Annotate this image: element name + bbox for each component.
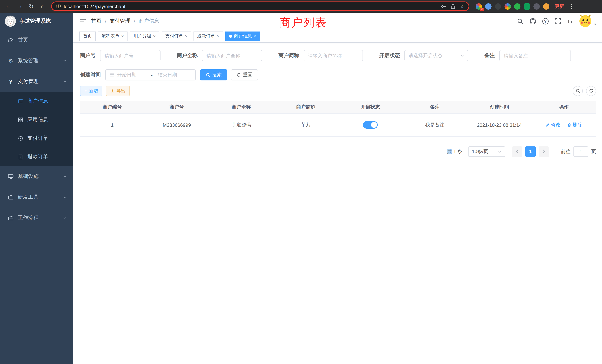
- merchant-full-name-input[interactable]: [202, 50, 262, 61]
- github-icon[interactable]: [529, 18, 536, 24]
- sidebar-item-infrastructure[interactable]: 基础设施: [0, 166, 73, 187]
- toggle-search-button[interactable]: [573, 86, 583, 96]
- extension-icon-multicolor[interactable]: [505, 3, 511, 10]
- tab-label: 流程表单: [102, 33, 119, 39]
- edit-label: 修改: [551, 122, 560, 128]
- sidebar-item-dev-tools[interactable]: 研发工具: [0, 187, 73, 208]
- edit-link[interactable]: 修改: [545, 122, 560, 128]
- chevron-down-icon: [460, 54, 464, 57]
- sidebar-item-label: 退款订单: [27, 153, 67, 160]
- pagination-total-count: 1 条: [453, 149, 462, 154]
- font-size-icon[interactable]: TT: [567, 18, 573, 24]
- tab-merchant-info[interactable]: 商户信息 ×: [225, 31, 260, 41]
- tab-label: 首页: [83, 33, 92, 39]
- close-icon[interactable]: ×: [121, 34, 124, 38]
- pagination-total: 共 1 条: [447, 148, 462, 155]
- tab-refund-orders[interactable]: 退款订单 ×: [194, 31, 223, 41]
- browser-back-button[interactable]: ←: [4, 2, 13, 11]
- extension-icon-colorwheel[interactable]: 10: [476, 3, 482, 10]
- export-button[interactable]: 导出: [106, 86, 130, 96]
- browser-forward-button[interactable]: →: [15, 2, 24, 11]
- header-actions: ? TT: [517, 15, 596, 27]
- form-field-full-name: 商户全称: [177, 50, 262, 61]
- breadcrumb-item-payment[interactable]: 支付管理: [110, 18, 130, 24]
- field-label: 创建时间: [80, 72, 105, 78]
- payment-submenu: 商户信息 应用信息: [0, 92, 73, 166]
- sidebar-item-refund-orders[interactable]: 退款订单: [0, 148, 73, 166]
- delete-link[interactable]: 删除: [567, 122, 582, 128]
- field-label: 开启状态: [379, 52, 404, 59]
- tab-process-form[interactable]: 流程表单 ×: [98, 31, 128, 41]
- status-select[interactable]: 请选择开启状态: [404, 50, 468, 61]
- remark-input[interactable]: [499, 50, 571, 61]
- form-field-status: 开启状态 请选择开启状态: [379, 50, 468, 61]
- search-icon[interactable]: [517, 18, 523, 24]
- bookmark-star-icon[interactable]: ☆: [460, 3, 464, 9]
- extension-icon-dark[interactable]: [495, 3, 501, 10]
- tab-payment-orders[interactable]: 支付订单 ×: [162, 31, 191, 41]
- sidebar-item-app-info[interactable]: 应用信息: [0, 110, 73, 129]
- sidebar-item-workflow[interactable]: 工作流程: [0, 208, 73, 228]
- tab-user-group[interactable]: 用户分组 ×: [130, 31, 159, 41]
- tab-home[interactable]: 首页: [79, 31, 96, 41]
- reset-button[interactable]: 重置: [231, 69, 258, 80]
- goto-page-input[interactable]: [573, 146, 588, 157]
- sidebar-item-label: 系统管理: [18, 57, 63, 64]
- extension-icon-face[interactable]: [543, 3, 549, 10]
- close-icon[interactable]: ×: [254, 34, 256, 38]
- close-icon[interactable]: ×: [185, 34, 188, 38]
- table-toolbar: + 新增 导出: [80, 86, 596, 96]
- tab-label: 商户信息: [234, 33, 252, 39]
- browser-reload-button[interactable]: ↻: [27, 2, 36, 11]
- sidebar-item-payment-orders[interactable]: 支付订单: [0, 129, 73, 148]
- sidebar-item-payment[interactable]: ¥ 支付管理: [0, 71, 73, 92]
- search-button-label: 搜索: [212, 72, 222, 78]
- sidebar-collapse-icon[interactable]: [79, 18, 86, 24]
- browser-home-button[interactable]: ⌂: [38, 2, 47, 11]
- merchant-short-name-input[interactable]: [304, 50, 363, 61]
- sidebar-item-label: 支付管理: [18, 78, 63, 85]
- next-page-button[interactable]: [539, 146, 549, 157]
- address-bar[interactable]: ⓘ localhost:1024/pay/merchant ☆: [51, 1, 469, 11]
- close-icon[interactable]: ×: [153, 34, 156, 38]
- add-button[interactable]: + 新增: [80, 86, 102, 96]
- help-icon[interactable]: ?: [542, 18, 548, 24]
- avatar-caret-icon[interactable]: ▾: [594, 22, 596, 26]
- goto-label: 前往: [561, 148, 570, 155]
- site-info-icon[interactable]: ⓘ: [56, 3, 61, 10]
- app-logo[interactable]: 芋道管理系统: [0, 13, 73, 30]
- breadcrumb-item-home[interactable]: 首页: [91, 18, 102, 24]
- app-title: 芋道管理系统: [20, 18, 51, 24]
- browser-update-button[interactable]: 更新: [555, 3, 564, 10]
- search-button[interactable]: 搜索: [200, 69, 227, 80]
- status-toggle[interactable]: [363, 121, 378, 129]
- extension-icon-green-check[interactable]: [514, 3, 520, 10]
- sidebar-item-label: 应用信息: [27, 116, 67, 123]
- create-time-range-picker[interactable]: 开始日期 - 结束日期: [105, 69, 196, 80]
- refresh-table-button[interactable]: [586, 86, 596, 96]
- page-1-button[interactable]: 1: [525, 146, 536, 157]
- logo-rabbit-avatar: [5, 16, 16, 27]
- sidebar-item-home[interactable]: 首页: [0, 30, 73, 50]
- share-icon[interactable]: [451, 3, 456, 9]
- column-header: 商户简称: [274, 101, 338, 113]
- sidebar-item-system[interactable]: ⚙ 系统管理: [0, 50, 73, 71]
- trash-icon: [567, 123, 572, 127]
- breadcrumb-separator: /: [134, 18, 135, 24]
- table-header: 商户编号 商户号 商户全称 商户简称 开启状态 备注 创建时间 操作: [80, 101, 596, 113]
- merchant-no-input[interactable]: [100, 50, 161, 61]
- breadcrumb-item-merchant: 商户信息: [139, 18, 159, 24]
- extension-icon-pinwheel[interactable]: [533, 3, 540, 10]
- fullscreen-icon[interactable]: [555, 18, 561, 24]
- active-tab-dot: [229, 35, 232, 38]
- browser-menu-icon[interactable]: ⋮: [569, 3, 574, 10]
- close-icon[interactable]: ×: [217, 34, 219, 38]
- extension-icon-blue-drop[interactable]: [485, 3, 492, 10]
- password-key-icon[interactable]: [441, 3, 447, 9]
- extension-icon-sheets[interactable]: [524, 3, 530, 10]
- page-size-select[interactable]: 10条/页: [468, 146, 505, 157]
- user-avatar[interactable]: [579, 15, 592, 27]
- sidebar-item-merchant-info[interactable]: 商户信息: [0, 92, 73, 110]
- prev-page-button[interactable]: [512, 146, 522, 157]
- pagination-total-highlight: 共: [447, 149, 452, 154]
